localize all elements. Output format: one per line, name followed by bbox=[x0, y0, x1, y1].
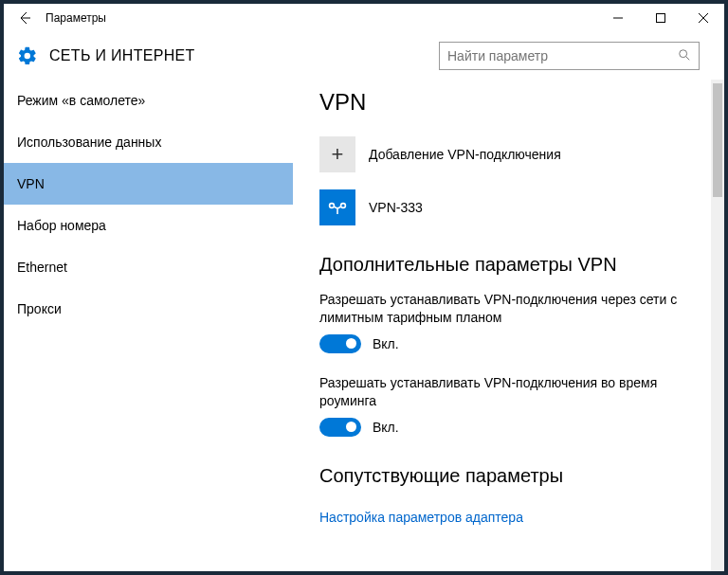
plus-icon: + bbox=[319, 136, 355, 172]
sidebar: Режим «в самолете» Использование данных … bbox=[4, 80, 293, 571]
svg-point-7 bbox=[341, 204, 346, 208]
scrollbar-thumb[interactable] bbox=[713, 83, 722, 197]
toggle-roaming[interactable] bbox=[319, 418, 361, 437]
sidebar-item-proxy[interactable]: Прокси bbox=[4, 288, 293, 330]
search-input[interactable] bbox=[447, 48, 678, 63]
vpn-connection-name: VPN-333 bbox=[369, 200, 423, 215]
adapter-settings-link[interactable]: Настройка параметров адаптера bbox=[319, 510, 523, 525]
sidebar-item-vpn[interactable]: VPN bbox=[4, 163, 293, 205]
minimize-button[interactable] bbox=[596, 4, 639, 32]
body: Режим «в самолете» Использование данных … bbox=[4, 80, 724, 571]
svg-point-6 bbox=[330, 204, 335, 208]
sidebar-item-dialup[interactable]: Набор номера bbox=[4, 205, 293, 246]
content: VPN + Добавление VPN-подключения VPN-333… bbox=[293, 80, 724, 571]
toggle-roaming-desc: Разрешать устанавливать VPN-подключения … bbox=[319, 374, 698, 410]
gear-icon bbox=[17, 45, 38, 66]
vpn-icon bbox=[319, 189, 355, 225]
svg-point-4 bbox=[680, 49, 687, 57]
toggle-roaming-state: Вкл. bbox=[373, 420, 399, 435]
window-title: Параметры bbox=[46, 11, 106, 25]
sidebar-item-ethernet[interactable]: Ethernet bbox=[4, 246, 293, 288]
vpn-connection-row[interactable]: VPN-333 bbox=[319, 189, 698, 225]
titlebar: Параметры bbox=[4, 4, 724, 32]
search-icon bbox=[678, 48, 691, 64]
header: СЕТЬ И ИНТЕРНЕТ bbox=[4, 32, 724, 80]
toggle-metered-desc: Разрешать устанавливать VPN-подключения … bbox=[319, 291, 698, 327]
maximize-button[interactable] bbox=[639, 4, 682, 32]
advanced-heading: Дополнительные параметры VPN bbox=[319, 254, 698, 276]
toggle-metered-row: Вкл. bbox=[319, 334, 698, 353]
back-button[interactable] bbox=[4, 4, 46, 32]
svg-rect-1 bbox=[656, 14, 664, 23]
related-heading: Сопутствующие параметры bbox=[319, 465, 698, 487]
toggle-metered[interactable] bbox=[319, 334, 361, 353]
search-box[interactable] bbox=[439, 42, 700, 70]
sidebar-item-data-usage[interactable]: Использование данных bbox=[4, 121, 293, 163]
page-heading: СЕТЬ И ИНТЕРНЕТ bbox=[49, 47, 195, 64]
toggle-metered-state: Вкл. bbox=[373, 336, 399, 351]
svg-line-5 bbox=[686, 56, 690, 60]
scrollbar[interactable] bbox=[711, 80, 724, 571]
toggle-roaming-row: Вкл. bbox=[319, 418, 698, 437]
add-vpn-row[interactable]: + Добавление VPN-подключения bbox=[319, 136, 698, 172]
content-title: VPN bbox=[319, 89, 698, 116]
sidebar-item-airplane[interactable]: Режим «в самолете» bbox=[4, 80, 293, 121]
close-button[interactable] bbox=[682, 4, 724, 32]
add-vpn-label: Добавление VPN-подключения bbox=[369, 147, 561, 162]
settings-window: Параметры СЕТЬ И ИНТЕРНЕТ Режим «в самол… bbox=[4, 4, 724, 571]
